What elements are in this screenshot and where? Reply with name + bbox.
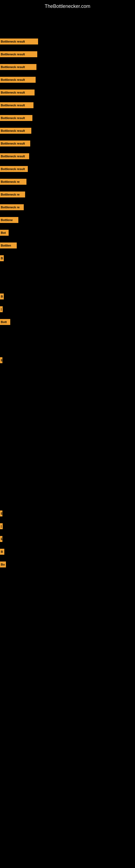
bottleneck-bar: B bbox=[0, 255, 4, 261]
bottleneck-bar: | bbox=[0, 523, 3, 529]
bottleneck-label: | bbox=[1, 308, 2, 311]
bottleneck-bar: Bottleneck result bbox=[0, 141, 30, 147]
bottleneck-label: Bott bbox=[1, 320, 7, 323]
bottleneck-bar: Bottleneck re bbox=[0, 179, 27, 185]
bottleneck-label: Bottleneck result bbox=[1, 167, 25, 170]
bottleneck-label: Bottleneck re bbox=[1, 193, 20, 196]
bottleneck-label: Bo bbox=[1, 563, 5, 566]
bottleneck-bar: E bbox=[0, 357, 2, 363]
bottleneck-bar: | bbox=[0, 306, 3, 312]
bottleneck-label: Bottleneck result bbox=[1, 53, 25, 56]
bottleneck-label: B bbox=[1, 295, 3, 298]
bottleneck-bar: Bo bbox=[0, 561, 6, 567]
bottleneck-bar: Bottleneck result bbox=[0, 128, 31, 134]
site-title: TheBottlenecker.com bbox=[0, 1, 135, 11]
bottleneck-bar: Bottleneck result bbox=[0, 64, 37, 70]
bottleneck-bar: E bbox=[0, 510, 2, 517]
bottleneck-label: Bottleneck result bbox=[1, 142, 25, 145]
bottleneck-label: B bbox=[1, 550, 3, 553]
bottleneck-bar: Bottleneck re bbox=[0, 191, 25, 197]
bottleneck-label: E bbox=[1, 359, 2, 362]
bottleneck-bar: Bott bbox=[0, 319, 10, 325]
bottleneck-label: Bottleneck result bbox=[1, 129, 25, 132]
bottleneck-label: | bbox=[1, 525, 2, 528]
bottleneck-bar: Bottleneck result bbox=[0, 90, 35, 95]
bottleneck-label: Bottleneck result bbox=[1, 91, 25, 94]
bottleneck-bar: Bottlene bbox=[0, 217, 18, 223]
bottleneck-label: Bottleneck result bbox=[1, 78, 25, 82]
bottleneck-bar: E bbox=[0, 536, 2, 542]
bottleneck-label: Bottleneck result bbox=[1, 155, 25, 158]
bottleneck-bar: Bottleneck result bbox=[0, 115, 32, 121]
bottleneck-label: Bottlene bbox=[1, 218, 13, 222]
bottleneck-bar: Bottleneck result bbox=[0, 51, 37, 57]
bottleneck-label: Bottleneck re bbox=[1, 180, 20, 183]
bottleneck-label: E bbox=[1, 512, 2, 515]
bottleneck-bar: Bottleneck result bbox=[0, 77, 36, 83]
bottleneck-bar: Bot bbox=[0, 230, 9, 236]
bottleneck-bar: Bottlen bbox=[0, 243, 17, 248]
bottleneck-bar: Bottleneck result bbox=[0, 166, 28, 172]
bottleneck-label: E bbox=[1, 537, 2, 540]
bottleneck-bar: B bbox=[0, 549, 4, 555]
bottleneck-label: Bot bbox=[1, 231, 6, 235]
bottleneck-label: Bottleneck re bbox=[1, 206, 20, 209]
bottleneck-label: Bottleneck result bbox=[1, 65, 25, 69]
bottleneck-bar: B bbox=[0, 293, 4, 300]
bottleneck-label: Bottlen bbox=[1, 244, 11, 247]
bottleneck-bar: Bottleneck re bbox=[0, 204, 24, 210]
bottleneck-label: Bottleneck result bbox=[1, 104, 25, 107]
bottleneck-label: B bbox=[1, 257, 3, 260]
bottleneck-bar: Bottleneck result bbox=[0, 38, 38, 44]
bottleneck-bar: Bottleneck result bbox=[0, 153, 29, 159]
bottleneck-label: Bottleneck result bbox=[1, 40, 25, 43]
bottleneck-label: Bottleneck result bbox=[1, 116, 25, 120]
bottleneck-bar: Bottleneck result bbox=[0, 102, 34, 108]
